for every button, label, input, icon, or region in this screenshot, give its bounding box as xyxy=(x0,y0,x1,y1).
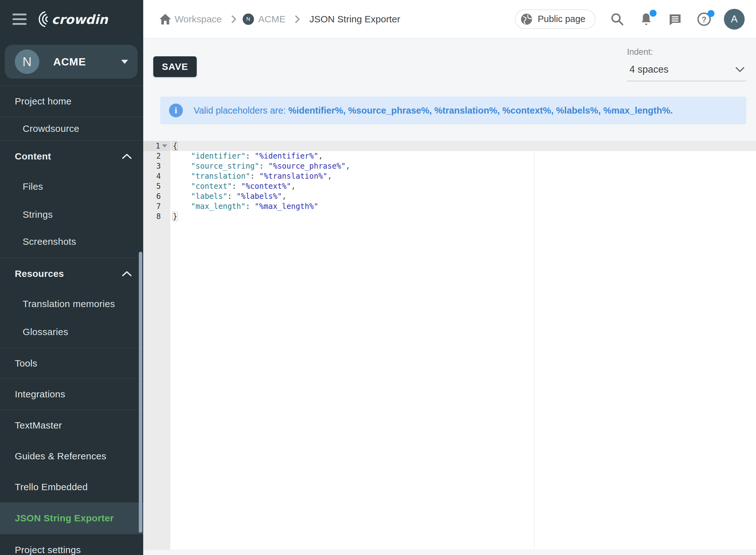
gutter-line-number: 7 xyxy=(143,201,170,211)
globe-icon xyxy=(520,12,533,26)
sidebar: crowdin N ACME Project home Crowdsource … xyxy=(0,0,143,555)
code-line[interactable]: "translation": "%translation%", xyxy=(170,171,756,181)
search-button[interactable] xyxy=(610,12,624,27)
gutter-line-number: 2 xyxy=(143,151,170,161)
chevron-up-icon xyxy=(122,154,132,159)
org-name: ACME xyxy=(53,56,121,68)
sidebar-item-integrations[interactable]: Integrations xyxy=(0,379,143,410)
sidebar-item-strings[interactable]: Strings xyxy=(0,201,143,228)
code-line[interactable]: "max_length": "%max_length%" xyxy=(170,201,756,211)
crowdin-logo[interactable]: crowdin xyxy=(35,9,114,29)
sidebar-item-guides-references[interactable]: Guides & References xyxy=(0,441,143,472)
info-banner: i Valid placeholders are: %identifier%, … xyxy=(160,97,746,124)
sidebar-item-textmaster[interactable]: TextMaster xyxy=(0,410,143,441)
sidebar-item-project-home[interactable]: Project home xyxy=(0,86,143,117)
indent-select[interactable]: 4 spaces xyxy=(627,57,746,81)
indent-label: Indent: xyxy=(627,47,746,57)
code-line[interactable]: "context": "%context%", xyxy=(170,181,756,191)
indent-control: Indent: 4 spaces xyxy=(627,47,746,81)
svg-text:?: ? xyxy=(702,15,706,24)
gutter-line-number: 6 xyxy=(143,191,170,201)
project-avatar: N xyxy=(243,13,254,25)
chat-icon xyxy=(668,12,682,27)
sidebar-item-screenshots[interactable]: Screenshots xyxy=(0,228,143,255)
gutter-line-number: 8 xyxy=(143,211,170,221)
breadcrumb-current-page: JSON String Exporter xyxy=(309,14,400,25)
chevron-up-icon xyxy=(122,271,132,276)
info-banner-text: Valid placeholders are: %identifier%, %s… xyxy=(194,105,673,116)
sidebar-section-resources[interactable]: Resources xyxy=(0,258,143,290)
code-line[interactable]: { xyxy=(170,141,756,151)
topbar-actions: Public page ? A xyxy=(515,9,745,30)
page: crowdin N ACME Project home Crowdsource … xyxy=(0,0,756,555)
sidebar-nav: Project home Crowdsource Content Files S… xyxy=(0,86,143,555)
code-line[interactable]: "identifier": "%identifier%", xyxy=(170,151,756,161)
sidebar-item-project-settings[interactable]: Project settings xyxy=(0,534,143,555)
chevron-right-icon xyxy=(294,14,301,24)
editor-gutter: 1 2 3 4 5 6 7 8 xyxy=(143,141,170,555)
save-button[interactable]: SAVE xyxy=(153,56,197,77)
sidebar-item-translation-memories[interactable]: Translation memories xyxy=(0,290,143,318)
code-line[interactable]: "labels": "%labels%", xyxy=(170,191,756,201)
help-button[interactable]: ? xyxy=(697,12,711,27)
editor-horizontal-scrollbar[interactable] xyxy=(143,550,756,555)
gutter-line-number: 4 xyxy=(143,171,170,181)
chevron-down-icon xyxy=(121,60,128,64)
editor-code-area[interactable]: { "identifier": "%identifier%", "source_… xyxy=(170,141,756,221)
notification-badge xyxy=(708,10,714,17)
breadcrumb-workspace[interactable]: Workspace xyxy=(175,14,222,25)
code-line[interactable]: } xyxy=(170,211,756,221)
sidebar-item-crowdsource[interactable]: Crowdsource xyxy=(0,117,143,140)
sidebar-scrollbar[interactable] xyxy=(139,252,142,533)
org-switcher[interactable]: N ACME xyxy=(5,45,137,79)
sidebar-item-glossaries[interactable]: Glossaries xyxy=(0,318,143,345)
notifications-button[interactable] xyxy=(639,12,654,27)
breadcrumb: Workspace N ACME JSON String Exporter xyxy=(159,13,401,25)
sidebar-item-tools[interactable]: Tools xyxy=(0,348,143,379)
gutter-line-number: 3 xyxy=(143,161,170,171)
sidebar-item-trello-embedded[interactable]: Trello Embedded xyxy=(0,472,143,503)
code-line[interactable]: "source_string": "%source_phrase%", xyxy=(170,161,756,171)
org-avatar: N xyxy=(15,49,39,74)
notification-badge xyxy=(649,10,657,17)
user-avatar[interactable]: A xyxy=(724,9,745,30)
fold-caret-icon[interactable] xyxy=(162,144,167,147)
sidebar-item-files[interactable]: Files xyxy=(0,172,143,201)
hamburger-menu-icon[interactable] xyxy=(12,13,27,25)
public-page-button[interactable]: Public page xyxy=(515,9,595,29)
home-icon[interactable] xyxy=(159,13,172,25)
placeholders-list: %identifier%, %source_phrase%, %translat… xyxy=(288,105,673,116)
public-page-label: Public page xyxy=(538,14,585,24)
chevron-right-icon xyxy=(231,14,237,24)
info-icon: i xyxy=(169,103,183,117)
sidebar-logo-row: crowdin xyxy=(0,0,143,38)
json-template-editor[interactable]: 1 2 3 4 5 6 7 8 { "identifier": "%identi… xyxy=(143,141,756,555)
gutter-line-number[interactable]: 1 xyxy=(143,141,170,151)
sidebar-section-content[interactable]: Content xyxy=(0,141,143,172)
sidebar-item-json-string-exporter[interactable]: JSON String Exporter xyxy=(0,503,143,534)
topbar: Workspace N ACME JSON String Exporter Pu… xyxy=(143,0,756,38)
indent-value: 4 spaces xyxy=(629,64,735,75)
search-icon xyxy=(610,12,624,27)
svg-text:crowdin: crowdin xyxy=(52,12,108,27)
chevron-down-icon xyxy=(735,67,745,72)
messages-button[interactable] xyxy=(668,12,682,27)
gutter-line-number: 5 xyxy=(143,181,170,191)
breadcrumb-project[interactable]: ACME xyxy=(258,14,286,25)
